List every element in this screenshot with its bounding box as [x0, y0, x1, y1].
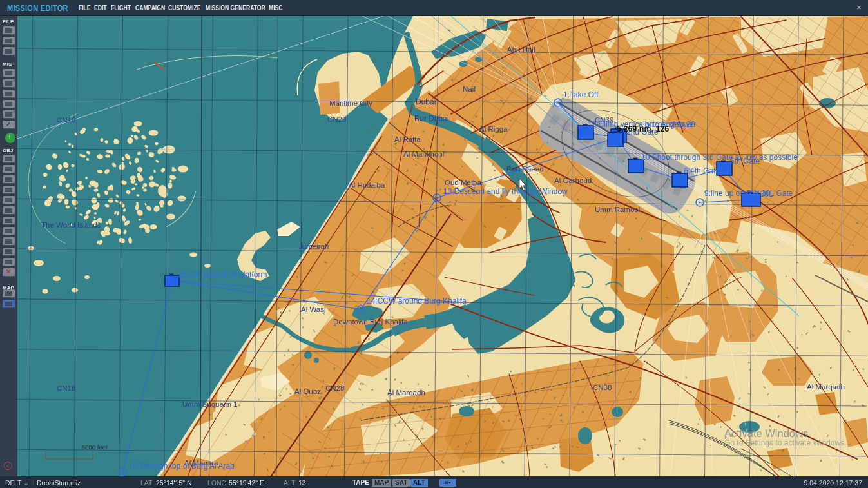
svg-text:CN19: CN19: [57, 116, 75, 124]
svg-text:Al Marqadh: Al Marqadh: [387, 389, 425, 396]
svg-text:Al Marqadh: Al Marqadh: [807, 383, 845, 391]
svg-text:Umm Ramool: Umm Ramool: [595, 206, 640, 213]
svg-text:14:CCW around Burg Khalifa: 14:CCW around Burg Khalifa: [367, 297, 467, 306]
svg-text:5th Gate: 5th Gate: [730, 157, 760, 166]
svg-text:Go to Settings to activate Win: Go to Settings to activate Windows.: [724, 438, 846, 447]
svg-text:CN28: CN28: [325, 384, 344, 392]
svg-text:15:CW around oil platform: 15:CW around oil platform: [177, 270, 267, 279]
svg-text:1:Take Off: 1:Take Off: [563, 90, 599, 99]
svg-text:Jumeirah: Jumeirah: [298, 242, 329, 250]
svg-text:Dubai: Dubai: [416, 97, 436, 106]
svg-text:Downtown Burj Khalifa: Downtown Burj Khalifa: [333, 318, 408, 326]
svg-text:Umm Suqueim 1: Umm Suqueim 1: [182, 400, 238, 408]
svg-text:CN29: CN29: [327, 115, 346, 123]
svg-text:Al Raffa: Al Raffa: [394, 135, 421, 143]
svg-text:Abu Hail: Abu Hail: [507, 46, 535, 54]
svg-text:Al Rigga: Al Rigga: [479, 125, 508, 133]
svg-text:6:4th Gate: 6:4th Gate: [684, 166, 720, 175]
svg-text:8&9:30L: 8&9:30L: [744, 190, 773, 199]
svg-text:Al Mankhool: Al Mankhool: [403, 150, 444, 158]
svg-text:Port Saeed: Port Saeed: [506, 165, 544, 173]
svg-text:Al Quoz: Al Quoz: [294, 387, 321, 395]
svg-text:Bur Dubai: Bur Dubai: [414, 114, 448, 123]
svg-text:2nd Gate: 2nd Gate: [626, 128, 659, 137]
svg-text:Oud Metha: Oud Metha: [445, 179, 481, 186]
svg-text:13:Descend and fly through Win: 13:Descend and fly through Window: [443, 187, 568, 196]
svg-text:Maritime City: Maritime City: [329, 99, 372, 107]
svg-text:CN18: CN18: [57, 384, 75, 392]
svg-text:The World Islands: The World Islands: [41, 221, 101, 229]
svg-text:CN38: CN38: [593, 384, 612, 391]
svg-text:Al Hudaiba: Al Hudaiba: [349, 181, 385, 189]
svg-text:Al Garhoud: Al Garhoud: [554, 177, 592, 184]
svg-text:Activate Windows: Activate Windows: [724, 427, 808, 439]
svg-text:Naif: Naif: [463, 85, 476, 93]
svg-text:16:Through top of Burg Al Arab: 16:Through top of Burg Al Arab: [128, 462, 235, 471]
svg-text:6000 feet: 6000 feet: [82, 444, 108, 451]
svg-text:Al Wasl: Al Wasl: [301, 306, 326, 313]
svg-text:10:Shoot through 3rd Gate as l: 10:Shoot through 3rd Gate as low as poss…: [641, 153, 798, 162]
